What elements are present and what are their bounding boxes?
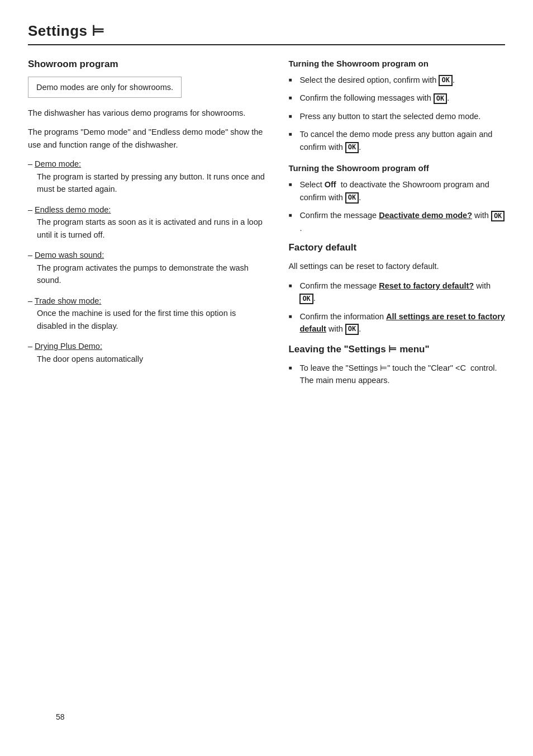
deactivate-message: Deactivate demo mode? [379,211,472,220]
turning-on-list: Select the desired option, confirm with … [288,74,505,153]
mode-desc-0: The program is started by pressing any b… [37,171,266,196]
list-item: Confirm the message Reset to factory def… [288,280,505,305]
info-box: Demo modes are only for showrooms. [28,77,182,98]
off-label: Off [325,180,336,189]
list-item: Demo wash sound: The program activates t… [28,249,266,286]
intro-text-2: The programs "Demo mode" and "Endless de… [28,126,266,151]
page-number: 58 [56,712,65,721]
list-item: Demo mode: The program is started by pre… [28,158,266,195]
page-wrapper: Settings ⊨ Showroom program Demo modes a… [28,22,505,738]
ok-badge: OK [434,93,447,105]
list-item: Select Off to deactivate the Showroom pr… [288,178,505,204]
intro-text-1: The dishwasher has various demo programs… [28,107,266,119]
mode-label-0: Demo mode: [35,159,81,168]
list-item: Endless demo mode: The program starts as… [28,204,266,241]
ok-badge: OK [491,211,505,222]
list-item: Confirm the information All settings are… [288,310,505,336]
mode-label-4: Drying Plus Demo: [35,342,102,351]
mode-label-2: Demo wash sound: [35,251,104,259]
mode-list: Demo mode: The program is started by pre… [28,158,266,365]
ok-badge: OK [439,75,452,86]
list-item: To leave the "Settings ⊨" touch the "Cle… [288,362,505,387]
two-column-layout: Showroom program Demo modes are only for… [28,59,505,395]
leaving-menu-list: To leave the "Settings ⊨" touch the "Cle… [288,362,505,387]
list-item: Confirm the message Deactivate demo mode… [288,209,505,234]
list-item: Trade show mode: Once the machine is use… [28,295,266,332]
turning-off-title: Turning the Showroom program off [288,163,505,173]
left-column: Showroom program Demo modes are only for… [28,59,266,395]
list-item: Select the desired option, confirm with … [288,74,505,86]
list-item: Press any button to start the selected d… [288,110,505,122]
mode-desc-4: The door opens automatically [37,353,266,365]
factory-default-list: Confirm the message Reset to factory def… [288,280,505,336]
list-item: To cancel the demo mode press any button… [288,128,505,153]
title-divider [28,44,505,45]
turning-on-title: Turning the Showroom program on [288,59,505,68]
right-column: Turning the Showroom program on Select t… [288,59,505,395]
list-item: Drying Plus Demo: The door opens automat… [28,340,266,365]
ok-badge: OK [299,294,313,305]
showroom-program-title: Showroom program [28,59,266,70]
all-settings-message: All settings are reset to factory defaul… [299,312,505,333]
mode-desc-1: The program starts as soon as it is acti… [37,216,266,241]
ok-badge: OK [345,324,359,335]
leaving-menu-title: Leaving the "Settings ⊨ menu" [288,343,505,355]
list-item: Confirm the following messages with OK. [288,92,505,104]
mode-label-1: Endless demo mode: [35,205,111,214]
turning-off-list: Select Off to deactivate the Showroom pr… [288,178,505,234]
ok-badge: OK [345,142,359,153]
factory-default-intro: All settings can be reset to factory def… [288,260,505,272]
reset-message: Reset to factory default? [379,281,474,290]
mode-desc-2: The program activates the pumps to demon… [37,262,266,287]
page-title: Settings ⊨ [28,22,505,40]
factory-default-title: Factory default [288,242,505,253]
mode-label-3: Trade show mode: [35,296,102,305]
info-box-text: Demo modes are only for showrooms. [36,83,173,92]
ok-badge: OK [345,192,359,204]
mode-desc-3: Once the machine is used for the first t… [37,307,266,332]
